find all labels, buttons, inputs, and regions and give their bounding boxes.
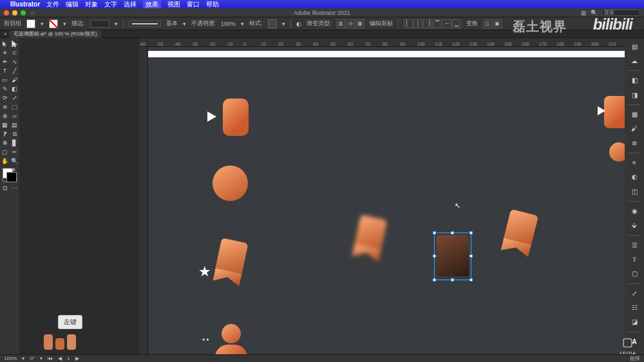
panel-gradient-icon[interactable]: ◐ <box>628 171 641 183</box>
stroke-dropdown-icon[interactable]: ▾ <box>63 21 66 27</box>
panel-symbols-icon[interactable]: ✲ <box>628 137 641 149</box>
canvas[interactable]: ★ •• ↖ <box>148 47 625 362</box>
tool-gradient[interactable]: ▤ <box>10 120 19 129</box>
swap-colors-icon[interactable]: ⇄ <box>11 167 15 173</box>
stroke-stepper-icon[interactable]: ▾ <box>115 21 118 27</box>
style-dropdown-icon[interactable]: ▾ <box>282 21 285 27</box>
color-picker[interactable]: ⇄ <box>0 166 19 185</box>
fill-dropdown-icon[interactable]: ▾ <box>41 21 44 27</box>
minimize-window-button[interactable] <box>12 10 17 15</box>
opacity-dropdown-icon[interactable]: ▾ <box>241 21 244 27</box>
menu-view[interactable]: 视图 <box>167 0 180 9</box>
tool-graph[interactable]: ▊ <box>10 138 19 148</box>
tool-mesh[interactable]: ▦ <box>0 120 10 129</box>
tool-slice[interactable]: ✂ <box>10 148 19 157</box>
panel-stroke-icon[interactable]: ≡ <box>628 157 641 169</box>
tool-scale[interactable]: ⤢ <box>10 93 19 102</box>
menu-window[interactable]: 窗口 <box>187 0 200 9</box>
align-bottom-button[interactable]: ▁ <box>452 19 461 28</box>
isolate-button[interactable]: ◫ <box>483 19 492 28</box>
app-name[interactable]: Illustrator <box>10 1 40 8</box>
stroke-weight-input[interactable] <box>90 20 109 28</box>
tool-width[interactable]: ≋ <box>0 102 10 111</box>
rotate-value[interactable]: 0° <box>30 356 35 361</box>
tool-shape-builder[interactable]: ⊕ <box>0 111 10 120</box>
clip-button[interactable]: ▣ <box>493 19 502 28</box>
menu-help[interactable]: 帮助 <box>206 0 219 9</box>
tool-direct-selection[interactable] <box>10 39 19 48</box>
panel-layers-icon[interactable]: ☰ <box>628 240 641 251</box>
screen-mode[interactable]: ⊡ <box>0 184 10 193</box>
transform-label[interactable]: 变换 <box>466 19 478 28</box>
edit-clip-label[interactable]: 编辑剪贴 <box>370 19 393 28</box>
tool-symbol-sprayer[interactable]: ✻ <box>0 138 10 148</box>
panel-appearance-icon[interactable]: ◉ <box>628 205 641 217</box>
menu-file[interactable]: 文件 <box>46 0 59 9</box>
align-top-button[interactable]: ▔ <box>433 19 442 28</box>
maximize-window-button[interactable] <box>21 10 26 15</box>
home-icon[interactable]: ⌂ <box>31 10 34 16</box>
panel-brushes-icon[interactable]: 🖌 <box>628 123 641 135</box>
tool-hand[interactable]: ✋ <box>0 157 10 166</box>
align-left-button[interactable]: ▏ <box>404 19 413 28</box>
tool-selection[interactable] <box>0 39 10 48</box>
tool-blend[interactable]: ⧉ <box>10 129 19 138</box>
tool-curvature[interactable]: ∿ <box>10 57 19 66</box>
panel-pathfinder-icon[interactable]: ◪ <box>628 316 641 328</box>
artboard-number[interactable]: 1 <box>67 356 70 361</box>
artboard-nav-next-icon[interactable]: ▶ <box>75 356 79 361</box>
selection-box[interactable] <box>434 233 471 280</box>
menu-effect[interactable]: 效果 <box>143 0 161 9</box>
tool-zoom[interactable]: 🔍 <box>10 157 19 166</box>
zoom-dropdown-icon[interactable]: ▾ <box>22 356 24 361</box>
stroke-style-dropdown-icon[interactable]: ▾ <box>183 21 186 27</box>
tool-lasso[interactable]: ⊂ <box>10 48 19 57</box>
panel-transform-icon[interactable]: ⤢ <box>628 288 641 300</box>
tab-close-icon[interactable]: × <box>4 31 7 37</box>
radial-gradient-button[interactable]: ◎ <box>346 19 355 28</box>
align-vcenter-button[interactable]: ─ <box>442 19 451 28</box>
panel-artboards-icon[interactable]: ▢ <box>628 268 641 280</box>
menu-type[interactable]: 文字 <box>104 0 117 9</box>
panel-color-guide-icon[interactable]: ◨ <box>628 89 641 100</box>
tool-rectangle[interactable]: ▭ <box>0 75 10 84</box>
freeform-gradient-button[interactable]: ▦ <box>355 19 365 28</box>
tool-magic-wand[interactable]: ✶ <box>0 48 10 57</box>
tool-eyedropper[interactable]: ⁋ <box>0 129 10 138</box>
tool-paintbrush[interactable]: 🖌 <box>10 75 19 84</box>
align-right-button[interactable]: ▕ <box>423 19 432 28</box>
recolor-icon[interactable]: ◐ <box>296 21 301 27</box>
panel-align-icon[interactable]: ☷ <box>628 302 641 314</box>
artboard-nav-first-icon[interactable]: ⏮ <box>48 356 53 361</box>
stroke-swatch[interactable] <box>49 19 58 28</box>
panel-color-icon[interactable]: ◧ <box>628 75 641 86</box>
panel-properties-icon[interactable]: ▤ <box>628 41 641 52</box>
close-window-button[interactable] <box>4 10 9 15</box>
align-hcenter-button[interactable]: │ <box>413 19 422 28</box>
menu-select[interactable]: 选择 <box>124 0 137 9</box>
tool-pencil[interactable]: ✎ <box>0 84 10 93</box>
tool-eraser[interactable]: ◧ <box>10 84 19 93</box>
tool-rotate[interactable]: ⟳ <box>0 93 10 102</box>
fill-swatch[interactable] <box>26 19 35 28</box>
panel-transparency-icon[interactable]: ◫ <box>628 186 641 197</box>
horizontal-ruler[interactable]: -60-50-40-30-20-100102030405060708090100… <box>139 38 625 47</box>
panel-asset-export-icon[interactable]: ⇪ <box>628 254 641 265</box>
stroke-profile[interactable] <box>129 21 161 27</box>
menu-object[interactable]: 对象 <box>85 0 98 9</box>
zoom-level[interactable]: 100% <box>4 356 17 361</box>
tool-pen[interactable]: ✒ <box>0 57 10 66</box>
tool-type[interactable]: T <box>0 66 10 75</box>
rotate-dropdown-icon[interactable]: ▾ <box>40 356 43 361</box>
search-icon[interactable]: 🔍 <box>591 10 598 16</box>
search-input[interactable]: 搜索 <box>601 10 640 16</box>
opacity-value[interactable]: 100% <box>221 21 236 27</box>
tool-free-transform[interactable]: ⬚ <box>10 102 19 111</box>
tool-line[interactable]: ╱ <box>10 66 19 75</box>
linear-gradient-button[interactable]: ▥ <box>336 19 345 28</box>
artboard-nav-prev-icon[interactable]: ◀ <box>58 356 62 361</box>
panel-graphic-styles-icon[interactable]: ⬙ <box>628 220 641 231</box>
tool-artboard[interactable]: ▢ <box>0 148 10 157</box>
edit-toolbar[interactable]: ⋯ <box>10 184 19 193</box>
vertical-ruler[interactable] <box>139 47 148 362</box>
